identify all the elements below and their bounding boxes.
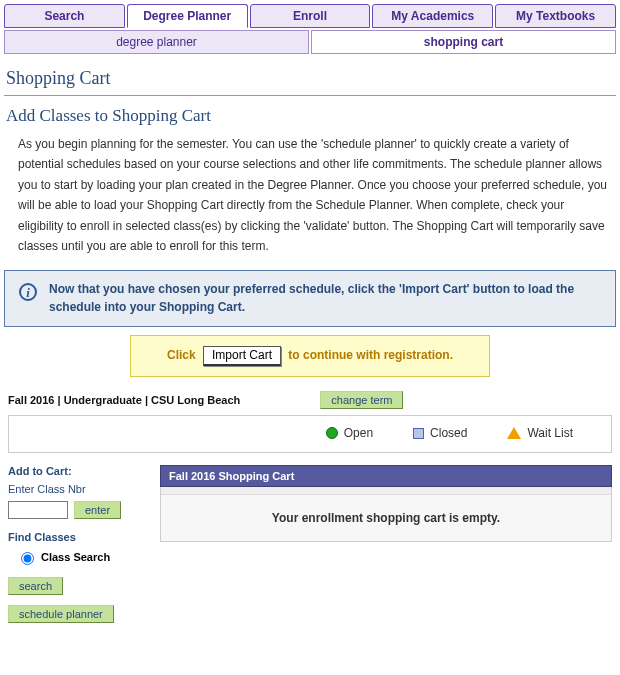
right-column: Fall 2016 Shopping Cart Your enrollment … <box>160 465 612 623</box>
subtab-shopping-cart[interactable]: shopping cart <box>311 30 616 54</box>
top-tabs: Search Degree Planner Enroll My Academic… <box>4 4 616 28</box>
sub-tabs: degree planner shopping cart <box>4 30 616 54</box>
tab-my-academics[interactable]: My Academics <box>372 4 493 28</box>
class-nbr-input[interactable] <box>8 501 68 519</box>
legend-closed: Closed <box>413 426 467 440</box>
schedule-planner-button[interactable]: schedule planner <box>8 605 114 623</box>
search-button[interactable]: search <box>8 577 63 595</box>
status-legend: Open Closed Wait List <box>8 415 612 453</box>
legend-open: Open <box>326 426 373 440</box>
term-label: Fall 2016 | Undergraduate | CSU Long Bea… <box>8 394 240 406</box>
class-nbr-row: enter <box>8 501 148 519</box>
cart-body: Your enrollment shopping cart is empty. <box>160 487 612 542</box>
callout-before: Click <box>167 348 196 362</box>
cart-column-header <box>161 487 611 495</box>
callout-after: to continue with registration. <box>288 348 453 362</box>
tab-degree-planner[interactable]: Degree Planner <box>127 4 248 28</box>
tab-enroll[interactable]: Enroll <box>250 4 371 28</box>
open-icon <box>326 427 338 439</box>
info-icon: i <box>19 283 37 301</box>
add-to-cart-label: Add to Cart: <box>8 465 148 477</box>
import-cart-callout: Click Import Cart to continue with regis… <box>130 335 490 377</box>
left-column: Add to Cart: Enter Class Nbr enter Find … <box>8 465 148 623</box>
subtab-degree-planner[interactable]: degree planner <box>4 30 309 54</box>
enter-button[interactable]: enter <box>74 501 121 519</box>
info-box: i Now that you have chosen your preferre… <box>4 270 616 327</box>
change-term-button[interactable]: change term <box>320 391 403 409</box>
wait-list-icon <box>507 427 521 439</box>
class-search-label: Class Search <box>41 551 110 563</box>
import-cart-button[interactable]: Import Cart <box>203 346 281 366</box>
tab-search[interactable]: Search <box>4 4 125 28</box>
title-rule <box>4 95 616 96</box>
sub-title: Add Classes to Shopping Cart <box>6 106 616 126</box>
legend-wait-label: Wait List <box>527 426 573 440</box>
legend-wait: Wait List <box>507 426 573 440</box>
cart-header: Fall 2016 Shopping Cart <box>160 465 612 487</box>
body-text: As you begin planning for the semester. … <box>18 134 610 256</box>
term-row: Fall 2016 | Undergraduate | CSU Long Bea… <box>8 391 612 409</box>
find-classes-label: Find Classes <box>8 531 148 543</box>
class-search-radio[interactable] <box>21 552 34 565</box>
cart-empty-message: Your enrollment shopping cart is empty. <box>161 495 611 541</box>
tab-my-textbooks[interactable]: My Textbooks <box>495 4 616 28</box>
info-text: Now that you have chosen your preferred … <box>49 281 601 316</box>
enter-class-nbr-label: Enter Class Nbr <box>8 483 148 495</box>
page-title: Shopping Cart <box>6 68 616 89</box>
legend-open-label: Open <box>344 426 373 440</box>
legend-closed-label: Closed <box>430 426 467 440</box>
class-search-radio-row[interactable]: Class Search <box>16 549 148 565</box>
closed-icon <box>413 428 424 439</box>
main-split: Add to Cart: Enter Class Nbr enter Find … <box>8 465 612 623</box>
